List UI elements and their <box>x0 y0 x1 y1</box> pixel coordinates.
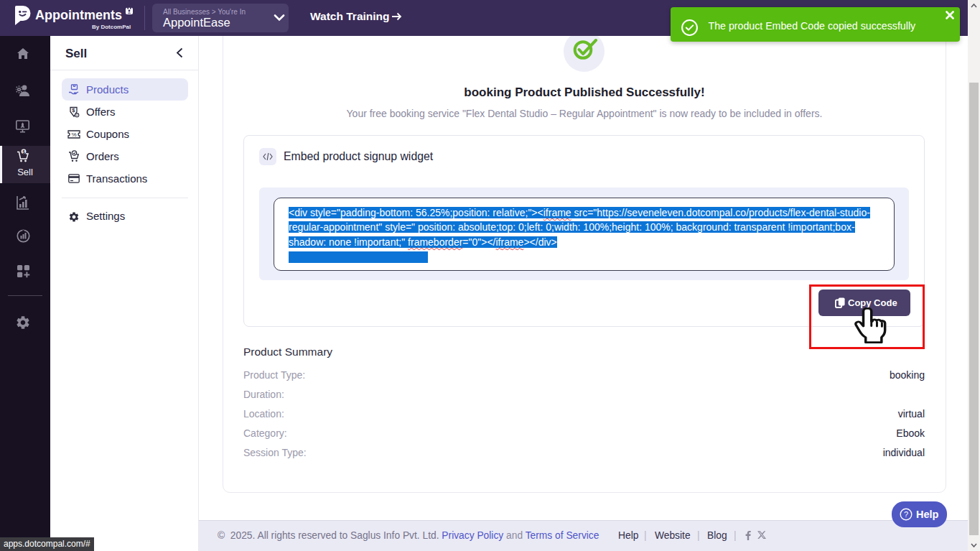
svg-text:%: % <box>71 131 76 138</box>
svg-text:$: $ <box>22 149 25 155</box>
svg-text:$: $ <box>72 107 75 114</box>
svg-text:?: ? <box>904 510 908 519</box>
